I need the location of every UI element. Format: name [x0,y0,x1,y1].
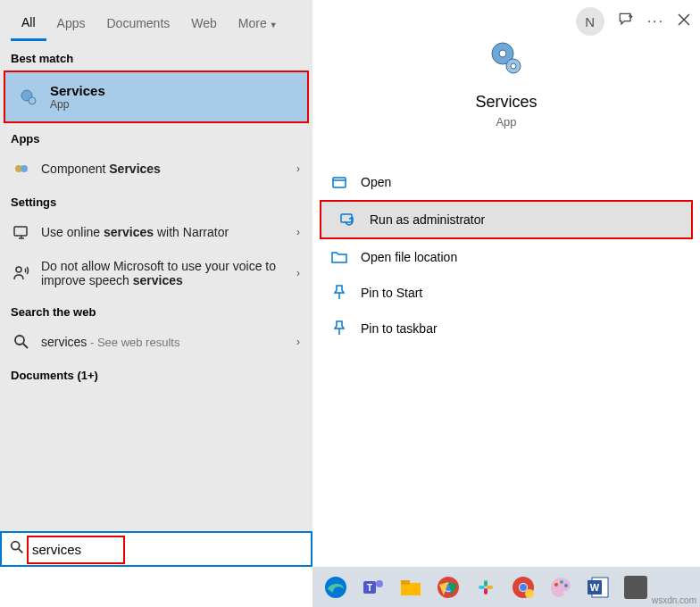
svg-point-8 [499,50,506,57]
details-title: Services [337,93,676,112]
svg-point-3 [21,165,28,172]
more-options-icon[interactable]: ··· [647,13,664,29]
section-apps: Apps [0,123,312,151]
chevron-right-icon: › [296,267,300,279]
taskbar: T W [312,567,700,607]
setting-narrator-services[interactable]: Use online services with Narrator › [0,214,312,250]
best-match-services[interactable]: Services App [4,71,309,123]
taskbar-paint-icon[interactable] [545,571,577,603]
taskbar-chrome-beta-icon[interactable] [507,571,539,603]
folder-icon [330,248,348,266]
svg-point-33 [560,580,563,584]
svg-point-1 [29,97,36,104]
user-avatar[interactable]: N [576,7,604,36]
section-settings: Settings [0,187,312,214]
svg-text:T: T [367,583,372,593]
section-documents: Documents (1+) [0,360,312,387]
search-icon [12,333,30,351]
svg-rect-24 [479,586,485,589]
monitor-icon [12,223,30,241]
admin-shield-icon [339,211,357,229]
section-search-web: Search the web [0,296,312,324]
best-match-title: Services [50,83,105,98]
section-best-match: Best match [0,43,312,71]
app-component-services[interactable]: Component Services › [0,151,312,187]
action-pin-to-taskbar[interactable]: Pin to taskbar [312,311,700,346]
filter-tabs: All Apps Documents Web More▼ [0,0,312,43]
search-bar [0,531,312,567]
search-results-panel: All Apps Documents Web More▼ Best match … [0,0,312,567]
taskbar-chrome-icon[interactable] [432,571,464,603]
action-pin-to-start[interactable]: Pin to Start [312,275,700,311]
taskbar-teams-icon[interactable]: T [357,571,389,603]
setting-speech-services[interactable]: Do not allow Microsoft to use your voice… [0,250,312,296]
person-speech-icon [12,264,30,282]
services-gear-large-icon [485,37,528,80]
chevron-right-icon: › [296,162,300,175]
details-subtitle: App [337,115,676,129]
watermark: wsxdn.com [652,595,696,605]
search-input[interactable] [32,542,304,557]
svg-point-10 [511,63,516,69]
search-icon [9,539,25,559]
web-result-services[interactable]: services - See web results › [0,324,312,360]
feedback-icon[interactable] [617,11,635,32]
svg-point-34 [564,584,568,587]
close-icon[interactable] [677,12,691,30]
tab-web[interactable]: Web [180,4,228,39]
pin-taskbar-icon [330,320,348,337]
window-controls: N ··· [576,7,691,36]
taskbar-edge-icon[interactable] [320,571,352,603]
svg-rect-19 [401,580,410,585]
tab-apps[interactable]: Apps [46,4,96,39]
chevron-right-icon: › [296,336,300,348]
services-gear-icon [18,87,39,108]
details-panel: Services App Open Run as administrator O… [312,0,700,567]
svg-rect-11 [333,178,346,187]
svg-point-32 [554,583,558,586]
action-open[interactable]: Open [312,164,700,200]
open-icon [330,173,348,191]
svg-rect-26 [484,580,488,586]
action-list: Open Run as administrator Open file loca… [312,164,700,346]
taskbar-generic-icon[interactable] [620,571,652,603]
svg-rect-4 [14,227,27,236]
tab-more[interactable]: More▼ [228,4,288,39]
svg-point-30 [520,584,527,591]
taskbar-slack-icon[interactable] [470,571,502,603]
svg-point-6 [15,336,24,345]
tab-documents[interactable]: Documents [96,4,180,39]
svg-rect-27 [484,588,488,595]
action-run-as-admin[interactable]: Run as administrator [320,200,693,239]
taskbar-word-icon[interactable]: W [582,571,614,603]
svg-point-17 [376,580,383,587]
taskbar-explorer-icon[interactable] [395,571,427,603]
pin-start-icon [330,284,348,302]
svg-point-5 [16,267,21,272]
svg-point-31 [525,589,534,598]
chevron-right-icon: › [296,226,300,238]
svg-rect-18 [401,583,421,595]
best-match-subtitle: App [50,98,105,111]
action-open-file-location[interactable]: Open file location [312,239,700,275]
component-services-icon [12,160,30,178]
tab-all[interactable]: All [11,3,46,41]
svg-rect-25 [487,586,493,589]
svg-text:W: W [590,582,600,593]
svg-point-13 [12,542,20,550]
